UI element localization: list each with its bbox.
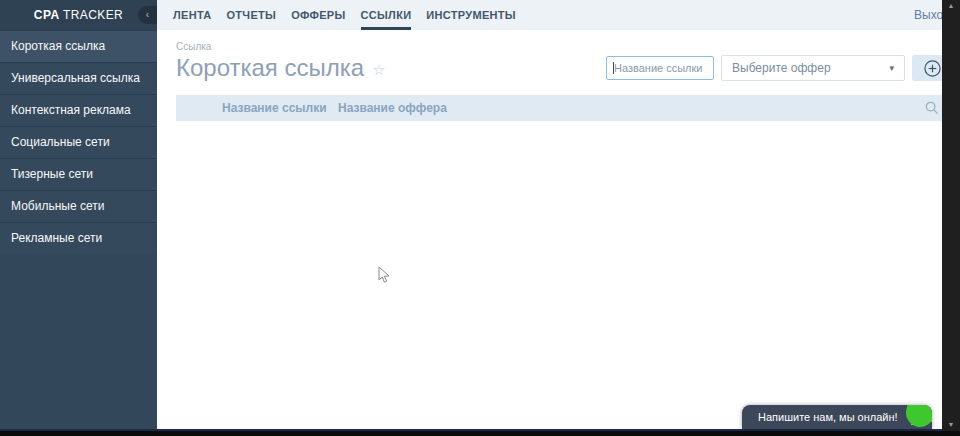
table-search-button[interactable] bbox=[925, 101, 939, 115]
sidebar-item-label: Короткая ссылка bbox=[11, 39, 105, 53]
online-indicator bbox=[903, 405, 932, 429]
top-navigation: ЛЕНТА ОТЧЕТЫ ОФФЕРЫ ССЫЛКИ ИНСТРУМЕНТЫ В… bbox=[157, 0, 960, 30]
offer-select[interactable]: Выберите оффер ▾ bbox=[721, 55, 905, 81]
sidebar-item-teaser-networks[interactable]: Тизерные сети bbox=[0, 158, 157, 190]
sidebar: CPA TRACKER ‹ Короткая ссылка Универсаль… bbox=[0, 0, 157, 429]
toolbar-controls: Выберите оффер ▾ bbox=[606, 55, 952, 81]
search-icon bbox=[925, 101, 939, 115]
screen: CPA TRACKER ‹ Короткая ссылка Универсаль… bbox=[0, 0, 960, 436]
app-window: CPA TRACKER ‹ Короткая ссылка Универсаль… bbox=[0, 0, 960, 429]
breadcrumb: Ссылка bbox=[176, 41, 952, 52]
favorite-star-icon[interactable]: ☆ bbox=[372, 61, 385, 79]
tab-ssylki[interactable]: ССЫЛКИ bbox=[361, 0, 412, 30]
main-area: ЛЕНТА ОТЧЕТЫ ОФФЕРЫ ССЫЛКИ ИНСТРУМЕНТЫ В… bbox=[157, 0, 960, 429]
chat-widget[interactable]: Напишите нам, мы онлайн! jivo bbox=[742, 405, 932, 429]
sidebar-item-contextual-ads[interactable]: Контекстная реклама bbox=[0, 94, 157, 126]
link-name-input[interactable] bbox=[606, 56, 714, 80]
sidebar-item-label: Рекламные сети bbox=[11, 231, 102, 245]
tab-label: ОФФЕРЫ bbox=[291, 9, 345, 21]
sidebar-item-ad-networks[interactable]: Рекламные сети bbox=[0, 222, 157, 254]
sidebar-item-social-networks[interactable]: Социальные сети bbox=[0, 126, 157, 158]
tab-lenta[interactable]: ЛЕНТА bbox=[173, 0, 211, 30]
tab-label: ИНСТРУМЕНТЫ bbox=[426, 9, 516, 21]
sidebar-item-label: Контекстная реклама bbox=[11, 103, 131, 117]
column-header-link-name[interactable]: Название ссылки bbox=[222, 101, 338, 115]
bottom-border bbox=[0, 429, 960, 431]
sidebar-collapse-button[interactable]: ‹ bbox=[138, 6, 157, 24]
chevron-down-icon: ▾ bbox=[889, 63, 894, 73]
sidebar-item-universal-link[interactable]: Универсальная ссылка bbox=[0, 62, 157, 94]
sidebar-header: CPA TRACKER ‹ bbox=[0, 0, 157, 30]
sidebar-item-short-link[interactable]: Короткая ссылка bbox=[0, 30, 157, 62]
tab-instrumenty[interactable]: ИНСТРУМЕНТЫ bbox=[426, 0, 516, 30]
vertical-scrollbar[interactable]: ▲ ▼ bbox=[942, 0, 960, 431]
sidebar-item-label: Мобильные сети bbox=[11, 199, 104, 213]
text-caret bbox=[613, 62, 614, 74]
sidebar-item-label: Универсальная ссылка bbox=[11, 71, 140, 85]
chevron-left-icon: ‹ bbox=[146, 9, 149, 20]
title-row: Короткая ссылка ☆ Выберите оффер ▾ bbox=[176, 53, 952, 83]
scroll-down-arrow-icon[interactable]: ▼ bbox=[948, 419, 955, 431]
offer-select-value: Выберите оффер bbox=[732, 61, 831, 75]
scroll-up-arrow-icon[interactable]: ▲ bbox=[948, 0, 955, 10]
app-logo: CPA TRACKER bbox=[34, 8, 123, 22]
tab-label: ЛЕНТА bbox=[173, 9, 211, 21]
page-title: Короткая ссылка bbox=[176, 54, 364, 82]
sidebar-item-label: Социальные сети bbox=[11, 135, 110, 149]
tab-offery[interactable]: ОФФЕРЫ bbox=[291, 0, 345, 30]
column-header-offer-name[interactable]: Название оффера bbox=[338, 101, 447, 115]
sidebar-item-mobile-networks[interactable]: Мобильные сети bbox=[0, 190, 157, 222]
tab-label: ССЫЛКИ bbox=[361, 9, 412, 21]
tab-otchety[interactable]: ОТЧЕТЫ bbox=[226, 0, 276, 30]
logo-rest: TRACKER bbox=[59, 8, 123, 22]
page-content: Ссылка Короткая ссылка ☆ Выберите оффер … bbox=[157, 30, 960, 429]
logo-bold: CPA bbox=[34, 8, 60, 22]
sidebar-item-label: Тизерные сети bbox=[11, 167, 93, 181]
tab-label: ОТЧЕТЫ bbox=[226, 9, 276, 21]
chat-message: Напишите нам, мы онлайн! bbox=[758, 411, 898, 423]
table-header: Название ссылки Название оффера bbox=[176, 95, 952, 121]
plus-circle-icon bbox=[924, 60, 941, 77]
link-name-input-wrap bbox=[606, 56, 714, 80]
